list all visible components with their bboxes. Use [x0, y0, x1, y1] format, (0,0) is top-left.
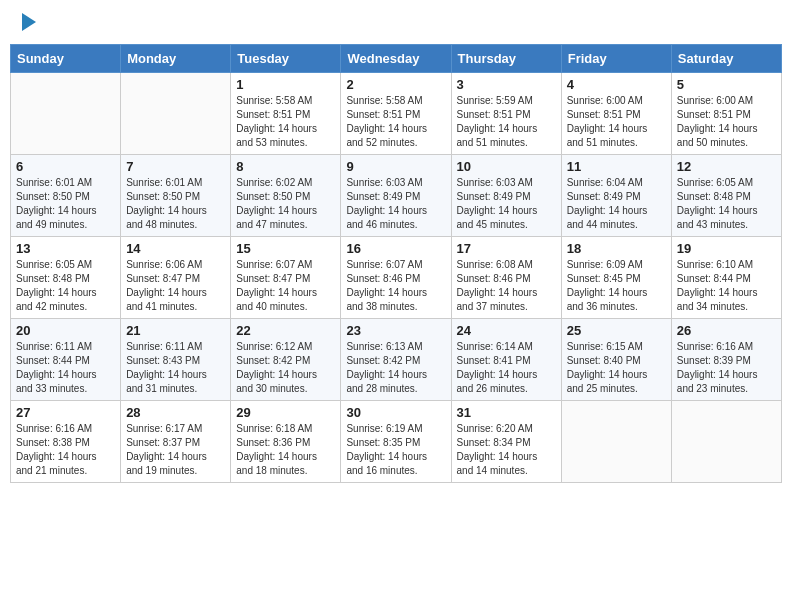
day-info: Sunrise: 5:59 AMSunset: 8:51 PMDaylight:…: [457, 94, 556, 150]
calendar-cell: 17Sunrise: 6:08 AMSunset: 8:46 PMDayligh…: [451, 237, 561, 319]
calendar-header-thursday: Thursday: [451, 45, 561, 73]
day-number: 5: [677, 77, 776, 92]
day-info: Sunrise: 6:16 AMSunset: 8:38 PMDaylight:…: [16, 422, 115, 478]
day-number: 7: [126, 159, 225, 174]
calendar-cell: [671, 401, 781, 483]
day-info: Sunrise: 6:13 AMSunset: 8:42 PMDaylight:…: [346, 340, 445, 396]
day-info: Sunrise: 6:03 AMSunset: 8:49 PMDaylight:…: [346, 176, 445, 232]
day-info: Sunrise: 6:04 AMSunset: 8:49 PMDaylight:…: [567, 176, 666, 232]
calendar-cell: 27Sunrise: 6:16 AMSunset: 8:38 PMDayligh…: [11, 401, 121, 483]
day-info: Sunrise: 6:07 AMSunset: 8:46 PMDaylight:…: [346, 258, 445, 314]
calendar-header-monday: Monday: [121, 45, 231, 73]
day-info: Sunrise: 6:19 AMSunset: 8:35 PMDaylight:…: [346, 422, 445, 478]
day-number: 23: [346, 323, 445, 338]
page-header: [10, 10, 782, 36]
calendar-cell: 29Sunrise: 6:18 AMSunset: 8:36 PMDayligh…: [231, 401, 341, 483]
day-info: Sunrise: 6:05 AMSunset: 8:48 PMDaylight:…: [16, 258, 115, 314]
day-number: 14: [126, 241, 225, 256]
calendar-week-3: 13Sunrise: 6:05 AMSunset: 8:48 PMDayligh…: [11, 237, 782, 319]
day-info: Sunrise: 6:20 AMSunset: 8:34 PMDaylight:…: [457, 422, 556, 478]
day-number: 15: [236, 241, 335, 256]
day-info: Sunrise: 6:05 AMSunset: 8:48 PMDaylight:…: [677, 176, 776, 232]
day-number: 17: [457, 241, 556, 256]
day-number: 10: [457, 159, 556, 174]
day-info: Sunrise: 6:11 AMSunset: 8:44 PMDaylight:…: [16, 340, 115, 396]
calendar-cell: 7Sunrise: 6:01 AMSunset: 8:50 PMDaylight…: [121, 155, 231, 237]
day-info: Sunrise: 6:00 AMSunset: 8:51 PMDaylight:…: [567, 94, 666, 150]
calendar-cell: 25Sunrise: 6:15 AMSunset: 8:40 PMDayligh…: [561, 319, 671, 401]
calendar-header-tuesday: Tuesday: [231, 45, 341, 73]
calendar-cell: 2Sunrise: 5:58 AMSunset: 8:51 PMDaylight…: [341, 73, 451, 155]
day-number: 12: [677, 159, 776, 174]
day-number: 29: [236, 405, 335, 420]
day-number: 13: [16, 241, 115, 256]
calendar-cell: 15Sunrise: 6:07 AMSunset: 8:47 PMDayligh…: [231, 237, 341, 319]
calendar-cell: 4Sunrise: 6:00 AMSunset: 8:51 PMDaylight…: [561, 73, 671, 155]
day-number: 1: [236, 77, 335, 92]
calendar-header-wednesday: Wednesday: [341, 45, 451, 73]
day-info: Sunrise: 6:02 AMSunset: 8:50 PMDaylight:…: [236, 176, 335, 232]
day-info: Sunrise: 6:00 AMSunset: 8:51 PMDaylight:…: [677, 94, 776, 150]
day-number: 16: [346, 241, 445, 256]
calendar-cell: 16Sunrise: 6:07 AMSunset: 8:46 PMDayligh…: [341, 237, 451, 319]
calendar-cell: 11Sunrise: 6:04 AMSunset: 8:49 PMDayligh…: [561, 155, 671, 237]
calendar-week-1: 1Sunrise: 5:58 AMSunset: 8:51 PMDaylight…: [11, 73, 782, 155]
day-info: Sunrise: 6:17 AMSunset: 8:37 PMDaylight:…: [126, 422, 225, 478]
calendar-cell: 24Sunrise: 6:14 AMSunset: 8:41 PMDayligh…: [451, 319, 561, 401]
calendar-cell: [561, 401, 671, 483]
day-info: Sunrise: 6:01 AMSunset: 8:50 PMDaylight:…: [126, 176, 225, 232]
calendar-week-5: 27Sunrise: 6:16 AMSunset: 8:38 PMDayligh…: [11, 401, 782, 483]
day-info: Sunrise: 5:58 AMSunset: 8:51 PMDaylight:…: [236, 94, 335, 150]
day-number: 11: [567, 159, 666, 174]
calendar-cell: 23Sunrise: 6:13 AMSunset: 8:42 PMDayligh…: [341, 319, 451, 401]
day-number: 3: [457, 77, 556, 92]
logo: [20, 15, 36, 31]
day-number: 30: [346, 405, 445, 420]
day-number: 20: [16, 323, 115, 338]
calendar-cell: 10Sunrise: 6:03 AMSunset: 8:49 PMDayligh…: [451, 155, 561, 237]
calendar-cell: 5Sunrise: 6:00 AMSunset: 8:51 PMDaylight…: [671, 73, 781, 155]
calendar-cell: 14Sunrise: 6:06 AMSunset: 8:47 PMDayligh…: [121, 237, 231, 319]
calendar-cell: 1Sunrise: 5:58 AMSunset: 8:51 PMDaylight…: [231, 73, 341, 155]
day-info: Sunrise: 6:06 AMSunset: 8:47 PMDaylight:…: [126, 258, 225, 314]
calendar-cell: 19Sunrise: 6:10 AMSunset: 8:44 PMDayligh…: [671, 237, 781, 319]
day-number: 27: [16, 405, 115, 420]
day-number: 22: [236, 323, 335, 338]
logo-icon: [22, 13, 36, 31]
day-info: Sunrise: 6:15 AMSunset: 8:40 PMDaylight:…: [567, 340, 666, 396]
day-number: 28: [126, 405, 225, 420]
day-info: Sunrise: 6:03 AMSunset: 8:49 PMDaylight:…: [457, 176, 556, 232]
calendar-week-2: 6Sunrise: 6:01 AMSunset: 8:50 PMDaylight…: [11, 155, 782, 237]
calendar-cell: 21Sunrise: 6:11 AMSunset: 8:43 PMDayligh…: [121, 319, 231, 401]
calendar-cell: 6Sunrise: 6:01 AMSunset: 8:50 PMDaylight…: [11, 155, 121, 237]
day-info: Sunrise: 5:58 AMSunset: 8:51 PMDaylight:…: [346, 94, 445, 150]
day-number: 24: [457, 323, 556, 338]
calendar-cell: 28Sunrise: 6:17 AMSunset: 8:37 PMDayligh…: [121, 401, 231, 483]
day-info: Sunrise: 6:18 AMSunset: 8:36 PMDaylight:…: [236, 422, 335, 478]
calendar-cell: 26Sunrise: 6:16 AMSunset: 8:39 PMDayligh…: [671, 319, 781, 401]
calendar-table: SundayMondayTuesdayWednesdayThursdayFrid…: [10, 44, 782, 483]
day-number: 26: [677, 323, 776, 338]
day-info: Sunrise: 6:01 AMSunset: 8:50 PMDaylight:…: [16, 176, 115, 232]
calendar-cell: [121, 73, 231, 155]
day-number: 2: [346, 77, 445, 92]
day-number: 6: [16, 159, 115, 174]
day-info: Sunrise: 6:11 AMSunset: 8:43 PMDaylight:…: [126, 340, 225, 396]
day-number: 8: [236, 159, 335, 174]
day-number: 25: [567, 323, 666, 338]
calendar-cell: 12Sunrise: 6:05 AMSunset: 8:48 PMDayligh…: [671, 155, 781, 237]
day-info: Sunrise: 6:07 AMSunset: 8:47 PMDaylight:…: [236, 258, 335, 314]
calendar-cell: 3Sunrise: 5:59 AMSunset: 8:51 PMDaylight…: [451, 73, 561, 155]
calendar-cell: [11, 73, 121, 155]
day-number: 31: [457, 405, 556, 420]
day-number: 9: [346, 159, 445, 174]
day-info: Sunrise: 6:09 AMSunset: 8:45 PMDaylight:…: [567, 258, 666, 314]
day-number: 21: [126, 323, 225, 338]
day-info: Sunrise: 6:10 AMSunset: 8:44 PMDaylight:…: [677, 258, 776, 314]
calendar-cell: 9Sunrise: 6:03 AMSunset: 8:49 PMDaylight…: [341, 155, 451, 237]
day-number: 4: [567, 77, 666, 92]
day-info: Sunrise: 6:12 AMSunset: 8:42 PMDaylight:…: [236, 340, 335, 396]
day-info: Sunrise: 6:16 AMSunset: 8:39 PMDaylight:…: [677, 340, 776, 396]
calendar-week-4: 20Sunrise: 6:11 AMSunset: 8:44 PMDayligh…: [11, 319, 782, 401]
calendar-cell: 20Sunrise: 6:11 AMSunset: 8:44 PMDayligh…: [11, 319, 121, 401]
